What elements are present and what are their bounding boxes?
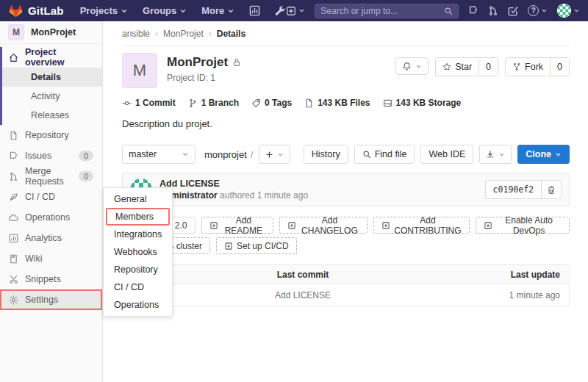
settings-menu-repository[interactable]: Repository <box>104 261 172 278</box>
sidebar-item-analytics[interactable]: Analytics <box>0 228 102 248</box>
files-table-header: Last commit Last update <box>123 265 569 284</box>
stat-commits[interactable]: 1 Commit <box>122 98 176 108</box>
help-dropdown[interactable]: ? <box>528 5 548 16</box>
top-navbar: GitLab Projects Groups More <box>0 0 588 21</box>
sidebar-project-link[interactable]: M MonProjet <box>0 21 102 44</box>
mr-count-badge: 0 <box>79 171 93 181</box>
merge-request-icon[interactable] <box>488 5 498 16</box>
issues-icon[interactable] <box>468 5 478 16</box>
settings-menu-integrations[interactable]: Integrations <box>104 226 172 243</box>
nav-menu-more[interactable]: More <box>201 5 234 16</box>
clone-dropdown-button[interactable]: Clone <box>517 145 570 164</box>
sidebar-item-snippets[interactable]: Snippets <box>0 269 102 289</box>
find-file-button[interactable]: Find file <box>354 145 415 164</box>
history-button[interactable]: History <box>304 145 348 164</box>
search-input[interactable] <box>320 6 444 16</box>
chevron-down-icon <box>227 7 234 15</box>
add-contributing-button[interactable]: Add CONTRIBUTING <box>373 217 470 234</box>
sidebar-item-operations[interactable]: Operations <box>0 207 102 228</box>
sidebar-item-merge-requests[interactable]: Merge Requests 0 <box>0 166 102 187</box>
gitlab-tanuki-icon <box>9 4 23 18</box>
brand-name: GitLab <box>28 4 64 17</box>
header-last-commit: Last commit <box>218 270 387 280</box>
stat-branches[interactable]: 1 Branch <box>188 98 239 108</box>
merge-request-icon <box>9 172 18 181</box>
notification-dropdown-button[interactable] <box>395 57 429 75</box>
stat-files[interactable]: 143 KB Files <box>304 98 370 108</box>
repo-path-root[interactable]: monprojet <box>204 149 247 160</box>
sidebar-item-settings[interactable]: Settings <box>0 289 102 310</box>
bell-icon <box>402 62 412 71</box>
file-icon <box>304 98 314 108</box>
breadcrumb-current: Details <box>217 29 245 39</box>
add-file-dropdown-button[interactable] <box>259 145 290 164</box>
fork-button[interactable]: Fork <box>506 58 550 76</box>
commit-title-link[interactable]: Add LICENSE <box>159 179 308 189</box>
chevron-down-icon <box>298 7 305 14</box>
plus-boxed-icon <box>381 221 390 230</box>
star-count[interactable]: 0 <box>478 58 498 76</box>
breadcrumb-separator: › <box>155 29 158 39</box>
star-button[interactable]: Star <box>436 58 478 76</box>
issues-icon <box>9 151 18 161</box>
sidebar-item-project-overview[interactable]: Project overview <box>2 47 102 68</box>
table-row[interactable]: Add LICENSE 1 minute ago <box>123 284 569 306</box>
project-id-label: Project ID: 1 <box>167 73 241 83</box>
add-readme-button[interactable]: Add README <box>201 217 274 234</box>
breadcrumb-project[interactable]: MonProjet <box>163 29 204 39</box>
files-table: Last commit Last update Add LICENSE 1 mi… <box>122 264 570 306</box>
activity-chart-icon[interactable] <box>249 5 260 16</box>
project-avatar: M <box>8 24 24 40</box>
user-menu-dropdown[interactable] <box>557 4 580 18</box>
chevron-down-icon <box>277 151 284 158</box>
nav-menu-projects[interactable]: Projects <box>80 5 128 16</box>
settings-menu-ci-cd[interactable]: CI / CD <box>104 278 172 296</box>
setup-cicd-button[interactable]: Set up CI/CD <box>216 237 297 254</box>
copy-sha-button[interactable] <box>541 181 561 198</box>
settings-menu-general[interactable]: General <box>104 190 172 208</box>
scissors-icon <box>9 275 18 284</box>
admin-wrench-icon[interactable] <box>275 5 286 16</box>
settings-menu-operations[interactable]: Operations <box>104 296 172 314</box>
plus-boxed-icon <box>209 221 218 230</box>
repo-path: monprojet/ <box>204 149 253 160</box>
download-dropdown-button[interactable] <box>479 145 512 164</box>
todo-icon[interactable] <box>508 6 518 16</box>
nav-menu-groups[interactable]: Groups <box>143 5 187 16</box>
settings-menu-webhooks[interactable]: Webhooks <box>104 243 172 261</box>
new-item-dropdown[interactable] <box>286 6 305 16</box>
cell-last-update: 1 minute ago <box>387 290 569 300</box>
star-icon <box>442 62 451 71</box>
enable-auto-devops-button[interactable]: Enable Auto DevOps <box>476 217 570 234</box>
copy-icon <box>547 185 556 195</box>
sidebar-item-repository[interactable]: Repository <box>0 125 102 145</box>
commit-sha: c0190ef2 <box>486 181 541 198</box>
sidebar-item-activity[interactable]: Activity <box>2 87 102 106</box>
lock-icon <box>232 58 241 67</box>
breadcrumb-separator: › <box>209 29 212 39</box>
plus-icon <box>265 151 273 159</box>
add-changelog-button[interactable]: Add CHANGELOG <box>279 217 368 234</box>
sidebar-item-details[interactable]: Details <box>2 68 102 87</box>
web-ide-button[interactable]: Web IDE <box>420 145 473 164</box>
book-icon <box>9 254 18 264</box>
stat-tags[interactable]: 0 Tags <box>251 98 292 108</box>
stat-storage[interactable]: 143 KB Storage <box>383 98 462 108</box>
settings-submenu: General Members Integrations Webhooks Re… <box>103 187 173 317</box>
commit-sha-group: c0190ef2 <box>485 180 562 199</box>
plus-boxed-icon <box>224 242 233 251</box>
last-commit-panel: Add LICENSE Administrator authored 1 min… <box>122 173 570 206</box>
cell-last-commit[interactable]: Add LICENSE <box>218 290 387 300</box>
branch-select[interactable]: master <box>122 145 196 164</box>
fork-button-group: Fork 0 <box>505 57 570 76</box>
sidebar-item-releases[interactable]: Releases <box>2 106 102 125</box>
sidebar-item-issues[interactable]: Issues 0 <box>0 145 102 166</box>
sidebar-item-ci-cd[interactable]: CI / CD <box>0 187 102 207</box>
fork-count[interactable]: 0 <box>550 58 569 76</box>
project-avatar-large: M <box>122 53 157 88</box>
settings-menu-members[interactable]: Members <box>106 208 170 226</box>
gitlab-home-link[interactable]: GitLab <box>9 4 64 18</box>
breadcrumb-group[interactable]: ansible <box>122 29 150 39</box>
sidebar-item-wiki[interactable]: Wiki <box>0 248 102 269</box>
sidebar-section-project-overview: Project overview Details Activity Releas… <box>0 47 102 125</box>
